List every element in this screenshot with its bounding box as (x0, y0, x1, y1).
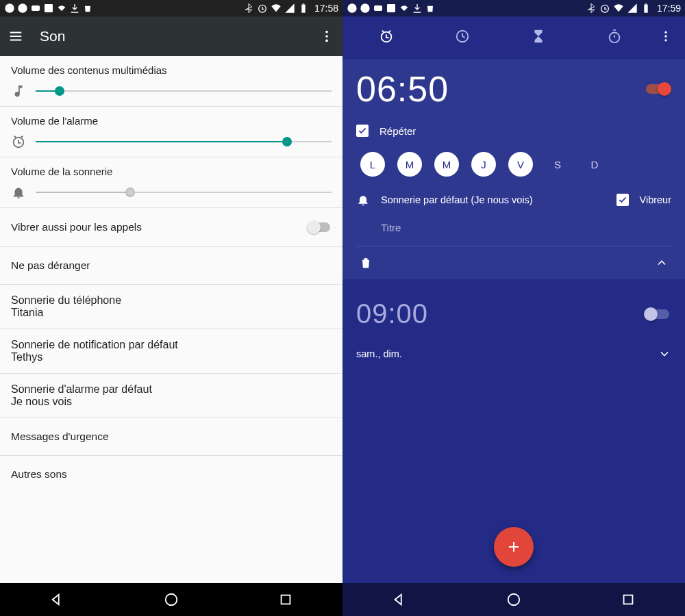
svg-point-1 (18, 3, 27, 12)
recents-icon[interactable] (621, 592, 636, 607)
emergency-row[interactable]: Messages d'urgence (0, 418, 342, 456)
phone-ringtone-row[interactable]: Sonnerie du téléphone Titania (0, 285, 342, 329)
repeat-checkbox[interactable] (356, 125, 369, 137)
tab-timer[interactable] (500, 16, 576, 56)
svg-rect-27 (623, 595, 632, 604)
battery-icon (640, 3, 651, 14)
dnd-row[interactable]: Ne pas déranger (0, 247, 342, 285)
alarm-volume-section: Volume de l'alarme (0, 107, 342, 157)
alarm-status-icon (599, 3, 610, 14)
messenger-icon (17, 3, 28, 14)
wifi-icon (613, 3, 624, 14)
alarm-volume-slider[interactable] (36, 133, 332, 150)
vibrate-calls-label: Vibrer aussi pour les appels (11, 221, 142, 233)
phone-sound-settings: 17:58 Son Volume des contenus multimédia… (0, 0, 342, 616)
day-D[interactable]: D (582, 152, 607, 177)
media-volume-label: Volume des contenus multimédias (11, 64, 332, 76)
messenger-icon (360, 3, 371, 14)
svg-point-7 (325, 31, 328, 34)
emergency-label: Messages d'urgence (11, 431, 109, 443)
alarm-ringtone-row[interactable]: Sonnerie d'alarme par défaut Je nous voi… (0, 374, 342, 418)
day-S[interactable]: S (545, 152, 570, 177)
hamburger-icon[interactable] (8, 29, 23, 44)
alarm-icon (11, 134, 26, 149)
vibrate-calls-row[interactable]: Vibrer aussi pour les appels (0, 208, 342, 247)
vibrate-label: Vibreur (640, 194, 671, 205)
add-alarm-button[interactable] (494, 527, 534, 567)
youtube-icon (373, 3, 384, 14)
bell-icon (356, 193, 370, 207)
alarm-ringtone-label: Sonnerie d'alarme par défaut (11, 383, 332, 396)
youtube-icon (30, 3, 41, 14)
whatsapp-icon (347, 3, 358, 14)
page-title: Son (40, 28, 303, 44)
svg-rect-16 (387, 4, 395, 12)
svg-point-8 (325, 35, 328, 38)
repeat-row[interactable]: Répéter (356, 125, 671, 137)
day-M2[interactable]: M (434, 152, 459, 177)
bluetooth-icon (243, 3, 254, 14)
day-L[interactable]: L (360, 152, 385, 177)
vibrate-checkbox[interactable] (616, 194, 629, 206)
alarm-card-0650: 06:50 Répéter L M M J V S D Sonnerie par… (342, 59, 685, 279)
tab-stopwatch[interactable] (576, 16, 652, 56)
clock-tab-icon (455, 29, 470, 44)
alarm-toggle[interactable] (644, 307, 671, 322)
bell-icon (11, 185, 26, 200)
whatsapp-icon (4, 3, 15, 14)
alarm-title-field[interactable]: Titre (381, 222, 671, 233)
shop-icon (82, 3, 93, 14)
alarm-time[interactable]: 09:00 (356, 298, 428, 329)
media-volume-slider[interactable] (36, 83, 332, 99)
wifi-small-icon (399, 3, 410, 14)
recents-icon[interactable] (278, 592, 293, 607)
statusbar: 17:58 (0, 0, 342, 16)
other-sounds-row[interactable]: Autres sons (0, 456, 342, 493)
more-icon (659, 29, 673, 43)
download-icon (69, 3, 80, 14)
day-V[interactable]: V (508, 152, 533, 177)
svg-point-11 (166, 594, 177, 606)
home-icon[interactable] (164, 592, 179, 607)
svg-point-25 (664, 39, 667, 41)
wifi-small-icon (56, 3, 67, 14)
expand-icon[interactable] (658, 347, 671, 361)
dnd-label: Ne pas déranger (11, 259, 90, 272)
alarm-toggle[interactable] (644, 81, 671, 97)
alarm-days-summary: sam., dim. (356, 348, 402, 359)
vibrate-calls-switch[interactable] (307, 220, 332, 234)
clock-tabs (342, 16, 685, 56)
alarm-time[interactable]: 06:50 (356, 68, 449, 110)
more-icon[interactable] (319, 29, 334, 44)
tab-clock[interactable] (424, 16, 500, 56)
image-icon (386, 3, 397, 14)
battery-icon (298, 3, 309, 14)
svg-point-13 (347, 3, 356, 12)
phone-clock-alarms: 17:59 06:50 Répéter (342, 0, 685, 616)
statusbar: 17:59 (342, 0, 685, 16)
tab-alarm[interactable] (348, 16, 424, 56)
navbar (342, 583, 685, 616)
collapse-icon[interactable] (655, 256, 669, 270)
days-row: L M M J V S D (360, 152, 667, 177)
statusbar-time: 17:59 (657, 3, 681, 14)
back-icon[interactable] (392, 592, 407, 607)
delete-icon[interactable] (359, 256, 373, 270)
card-footer (356, 246, 671, 279)
stopwatch-icon (607, 29, 622, 44)
more-button[interactable] (652, 29, 680, 43)
notif-ringtone-value: Tethys (11, 351, 332, 363)
day-M1[interactable]: M (397, 152, 422, 177)
back-icon[interactable] (49, 592, 64, 607)
day-J[interactable]: J (471, 152, 496, 177)
ring-volume-slider[interactable] (36, 184, 332, 201)
ringtone-row[interactable]: Sonnerie par défaut (Je nous vois) Vibre… (356, 193, 671, 207)
ringtone-label: Sonnerie par défaut (Je nous vois) (381, 194, 533, 205)
svg-point-26 (508, 594, 520, 606)
home-icon[interactable] (506, 592, 521, 607)
bluetooth-icon (586, 3, 597, 14)
notif-ringtone-row[interactable]: Sonnerie de notification par défaut Teth… (0, 329, 342, 374)
phone-ringtone-value: Titania (11, 307, 332, 319)
svg-point-9 (325, 40, 328, 42)
svg-rect-18 (644, 5, 647, 13)
